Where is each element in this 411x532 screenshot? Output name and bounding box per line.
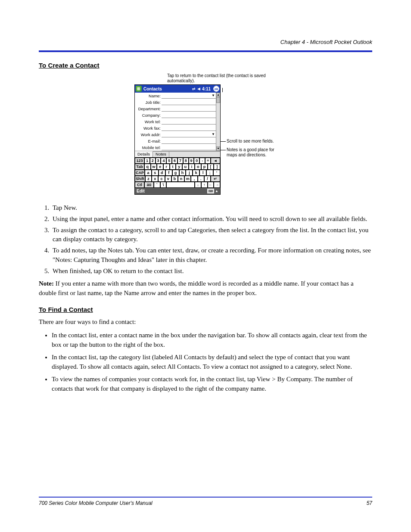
scroll-down-icon[interactable]: ▼ [216,146,220,151]
scroll-thumb[interactable] [216,97,220,103]
key[interactable]: 123 [135,158,144,164]
key[interactable]: ◄ [211,158,220,164]
field-input-workfax[interactable] [162,125,216,131]
key[interactable]: / [204,176,211,182]
key[interactable]: l [199,170,206,176]
key[interactable]: j [186,170,193,176]
key[interactable]: r [163,164,170,170]
key[interactable]: ↑ [201,182,208,188]
key[interactable]: 9 [189,158,194,164]
key[interactable]: 2 [150,158,156,164]
key[interactable]: ` [154,182,160,188]
chapter-header: Chapter 4 - Microsoft Pocket Outlook [39,39,372,45]
section-heading-create: To Create a Contact [39,62,372,69]
key[interactable]: CAP [135,170,145,176]
field-input-workaddr[interactable]: ▼ [162,132,216,137]
key[interactable]: f [165,170,172,176]
key[interactable]: t [170,164,176,170]
field-input-department[interactable] [162,106,216,112]
key[interactable]: a [145,170,152,176]
field-input-worktel[interactable] [162,119,216,124]
key[interactable]: Tab [135,164,144,170]
key[interactable]: → [214,182,220,188]
key[interactable]: n [178,176,184,182]
key[interactable]: 4 [161,158,166,164]
key[interactable]: v [165,176,171,182]
field-label-company: Company: [135,113,162,118]
field-label-worktel: Work tel: [135,119,162,124]
speaker-icon[interactable]: ◀ [197,87,200,91]
key[interactable]: c [158,176,165,182]
dropdown-arrow-icon[interactable]: ▼ [212,132,215,136]
key[interactable]: q [144,164,151,170]
field-input-jobtitle[interactable] [162,100,216,105]
form-scrollbar[interactable]: ▲ ▼ [216,93,220,151]
find-bullets: In the contact list, enter a contact nam… [52,330,372,394]
tab-notes[interactable]: Notes [153,152,169,157]
key[interactable]: 7 [177,158,183,164]
key[interactable]: e [157,164,163,170]
key[interactable]: ← [208,182,214,188]
app-title: Contacts [143,87,192,91]
key[interactable]: 0 [194,158,199,164]
key[interactable] [166,182,195,188]
key[interactable]: ↓ [195,182,201,188]
tab-details[interactable]: Details [135,151,153,157]
key[interactable]: y [176,164,182,170]
key[interactable]: Ctl [135,182,144,188]
edit-menu[interactable]: Edit [137,189,145,193]
clock[interactable]: 4:11 [202,87,211,91]
field-input-name[interactable]: ▼ [162,93,216,99]
tab-bar: Details Notes [135,151,220,157]
key[interactable]: k [193,170,199,176]
key[interactable]: w [151,164,157,170]
key[interactable]: d [159,170,165,176]
key[interactable]: s [152,170,159,176]
soft-keyboard[interactable]: 1231234567890-=◄ Tabqwertyuiop[] CAPasdf… [135,157,220,188]
connectivity-icon[interactable]: ⇄ [192,87,196,91]
footer-left: 700 Series Color Mobile Computer User's … [39,500,153,506]
device-screenshot: ⊞ Contacts ⇄ ◀ 4:11 ok Name:▼ Job title: [134,84,221,195]
ok-button[interactable]: ok [213,86,219,92]
field-label-name: Name: [135,93,162,98]
field-input-mobiletel[interactable] [162,145,216,150]
key[interactable]: áü [144,182,154,188]
key[interactable]: 8 [183,158,189,164]
scroll-up-icon[interactable]: ▲ [216,93,220,97]
key[interactable]: 5 [166,158,172,164]
key[interactable]: h [179,170,186,176]
start-icon[interactable]: ⊞ [136,86,142,92]
key[interactable]: Shift [135,176,145,182]
field-input-email[interactable] [162,138,216,144]
keyboard-toggle-icon[interactable]: ⌨ [207,189,214,193]
field-label-department: Department: [135,106,162,111]
key[interactable]: ' [213,170,220,176]
key[interactable]: [ [208,164,214,170]
key[interactable]: = [205,158,211,164]
key[interactable]: x [152,176,158,182]
key[interactable]: i [189,164,195,170]
key[interactable]: p [201,164,208,170]
key[interactable]: z [145,176,152,182]
key[interactable]: ↵ [211,176,220,182]
key[interactable]: ; [206,170,213,176]
key[interactable]: u [182,164,189,170]
key[interactable]: . [198,176,204,182]
key[interactable]: ] [214,164,220,170]
field-label-workaddr: Work addr: [135,132,162,137]
input-selector-icon[interactable]: ▲ [215,189,218,193]
key[interactable]: 3 [156,158,161,164]
field-input-company[interactable] [162,112,216,118]
dropdown-arrow-icon[interactable]: ▼ [212,93,215,97]
key[interactable]: - [199,158,205,164]
field-label-email: E-mail: [135,139,162,143]
field-label-mobiletel: Mobile tel: [135,145,162,150]
key[interactable]: \ [160,182,167,188]
key[interactable]: 6 [172,158,177,164]
key[interactable]: g [172,170,179,176]
key[interactable]: o [195,164,201,170]
key[interactable]: m [184,176,191,182]
key[interactable]: , [191,176,197,182]
key[interactable]: b [171,176,178,182]
key[interactable]: 1 [144,158,150,164]
